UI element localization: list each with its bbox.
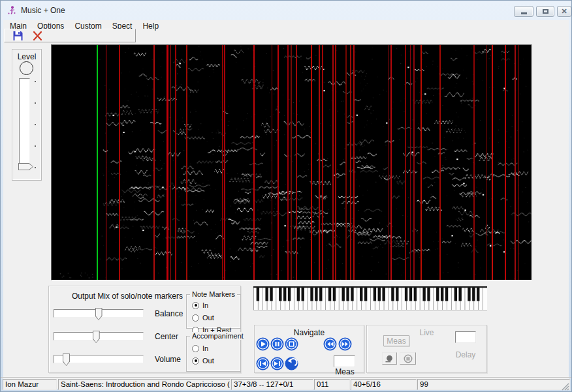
menu-item-help[interactable]: Help [137, 22, 164, 31]
radio-icon[interactable] [192, 302, 199, 309]
title-bar[interactable]: Music + One ✕ [1, 1, 571, 20]
maximize-button[interactable] [536, 6, 554, 17]
pause-icon [270, 337, 284, 351]
status-measure-range: 37+3/8 -- 127+0/1 [231, 379, 313, 390]
spectrogram-display[interactable] [52, 45, 532, 280]
minimize-button[interactable] [514, 6, 533, 17]
rewind-button[interactable] [323, 337, 337, 351]
pause-button[interactable] [270, 337, 284, 351]
radio-icon[interactable] [192, 314, 199, 322]
note-markers-option-out[interactable]: Out [192, 314, 240, 322]
center-label: Center [155, 332, 178, 341]
volume-slider-thumb[interactable] [63, 354, 70, 366]
navigate-title: Navigate [255, 328, 364, 337]
save-button[interactable] [12, 31, 24, 41]
level-label: Level [12, 52, 41, 61]
stop-button[interactable] [285, 337, 298, 351]
level-knob[interactable] [20, 61, 33, 75]
level-tick [35, 167, 36, 168]
note-markers-group: Note Markers InOutIn + Rest [186, 294, 241, 329]
radio-label: In [202, 301, 208, 309]
radio-label: Out [202, 314, 214, 322]
center-slider-thumb[interactable] [93, 331, 100, 343]
navigate-meas-label: Meas [332, 367, 357, 376]
stop-record-button[interactable] [400, 352, 416, 365]
stop-icon [285, 337, 298, 351]
delete-button[interactable] [32, 31, 43, 41]
minimize-icon [521, 12, 527, 14]
level-tick [35, 81, 36, 82]
volume-slider[interactable]: Volume [54, 353, 151, 369]
note-markers-title: Note Markers [190, 290, 237, 298]
status-field-4: 011 [314, 379, 350, 390]
status-bar-separator [1, 377, 571, 378]
status-piece: Saint-Saens: Introduction and Rondo Capr… [58, 379, 230, 390]
navigate-meas-input[interactable] [334, 355, 355, 367]
level-tick [35, 102, 36, 104]
record-icon [383, 354, 396, 364]
play-icon [256, 337, 270, 351]
accompaniment-group: Accompaniment InOut [186, 336, 241, 372]
stop-record-icon [402, 354, 415, 364]
live-delay-label: Delay [451, 350, 480, 359]
volume-label: Volume [155, 355, 181, 364]
app-icon [7, 5, 17, 16]
spectrogram-frame [51, 44, 532, 280]
level-slider-thumb[interactable] [18, 163, 33, 170]
replay-icon [285, 357, 298, 370]
center-slider[interactable]: Center [54, 330, 151, 346]
note-markers-option-in[interactable]: In [192, 301, 240, 309]
skip-to-end-icon [270, 357, 284, 370]
balance-slider[interactable]: Balance [54, 307, 151, 323]
radio-label: In [202, 344, 208, 352]
status-field-5: 40+5/16 [351, 379, 417, 390]
accompaniment-option-in[interactable]: In [192, 344, 240, 352]
rewind-icon [323, 337, 337, 351]
replay-button[interactable] [285, 357, 298, 370]
maximize-icon [543, 9, 548, 14]
level-panel: Level [12, 49, 42, 181]
piano-keyboard[interactable] [253, 286, 487, 311]
accompaniment-title: Accompaniment [190, 332, 246, 340]
close-button[interactable]: ✕ [557, 6, 571, 17]
accompaniment-options: InOut [187, 337, 240, 365]
skip-to-start-button[interactable] [256, 357, 270, 370]
level-slider-track[interactable] [19, 78, 30, 170]
live-delay-input[interactable] [455, 331, 476, 343]
skip-to-start-icon [256, 357, 270, 370]
accompaniment-option-out[interactable]: Out [192, 357, 240, 365]
window-title: Music + One [21, 6, 65, 15]
fast-forward-icon [338, 337, 352, 351]
radio-icon[interactable] [192, 357, 199, 365]
output-mix-title: Output Mix of solo/note markers [49, 292, 206, 301]
note-markers-options: InOutIn + Rest [187, 295, 240, 334]
radio-label: Out [202, 357, 214, 365]
fast-forward-button[interactable] [338, 337, 352, 351]
balance-label: Balance [155, 309, 183, 318]
radio-icon[interactable] [192, 345, 199, 352]
level-tick [35, 124, 36, 125]
record-button[interactable] [382, 352, 397, 365]
balance-slider-thumb[interactable] [95, 308, 103, 320]
live-meas-button[interactable]: Meas [383, 335, 409, 346]
skip-to-end-button[interactable] [270, 357, 284, 370]
level-tick [35, 145, 36, 147]
close-icon: ✕ [561, 8, 567, 15]
application-window: Music + One ✕ MainOptionsCustomSpectHelp… [0, 0, 572, 392]
status-field-6: 99 [417, 379, 570, 390]
status-user: Ion Mazur [3, 379, 57, 390]
play-button[interactable] [256, 337, 270, 351]
resize-grip[interactable] [561, 382, 569, 391]
toolbar [4, 29, 136, 42]
